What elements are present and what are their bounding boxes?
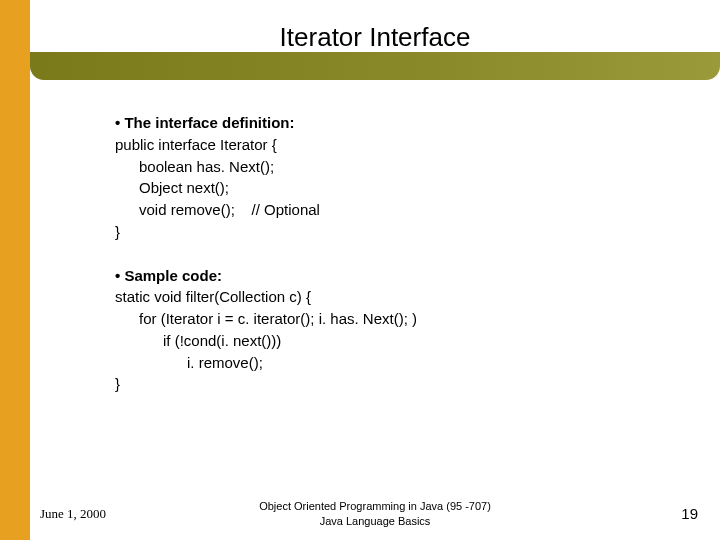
footer-line2: Java Language Basics (320, 515, 431, 527)
code-line: Object next(); (115, 177, 675, 199)
code-line: } (115, 221, 675, 243)
code-line: i. remove(); (115, 352, 675, 374)
code-comment: // Optional (252, 201, 320, 218)
slide-title: Iterator Interface (30, 22, 720, 53)
code-line: } (115, 373, 675, 395)
footer-center: Object Oriented Programming in Java (95 … (30, 499, 720, 528)
code-line: void remove(); // Optional (115, 199, 675, 221)
footer-page-number: 19 (681, 505, 698, 522)
section1-head-row: • The interface definition: (115, 112, 675, 134)
footer-line1: Object Oriented Programming in Java (95 … (259, 500, 491, 512)
section2-head-row: • Sample code: (115, 265, 675, 287)
left-sidebar (0, 0, 30, 540)
header-band (30, 52, 720, 80)
bullet-icon: • (115, 114, 120, 131)
section2-head: Sample code: (124, 267, 222, 284)
code-line: if (!cond(i. next())) (115, 330, 675, 352)
code-line: public interface Iterator { (115, 134, 675, 156)
code-line: for (Iterator i = c. iterator(); i. has.… (115, 308, 675, 330)
bullet-icon: • (115, 267, 120, 284)
section1-head: The interface definition: (124, 114, 294, 131)
slide-content: • The interface definition: public inter… (115, 112, 675, 395)
code-line: static void filter(Collection c) { (115, 286, 675, 308)
code-line: boolean has. Next(); (115, 156, 675, 178)
code-text: void remove(); (139, 201, 235, 218)
